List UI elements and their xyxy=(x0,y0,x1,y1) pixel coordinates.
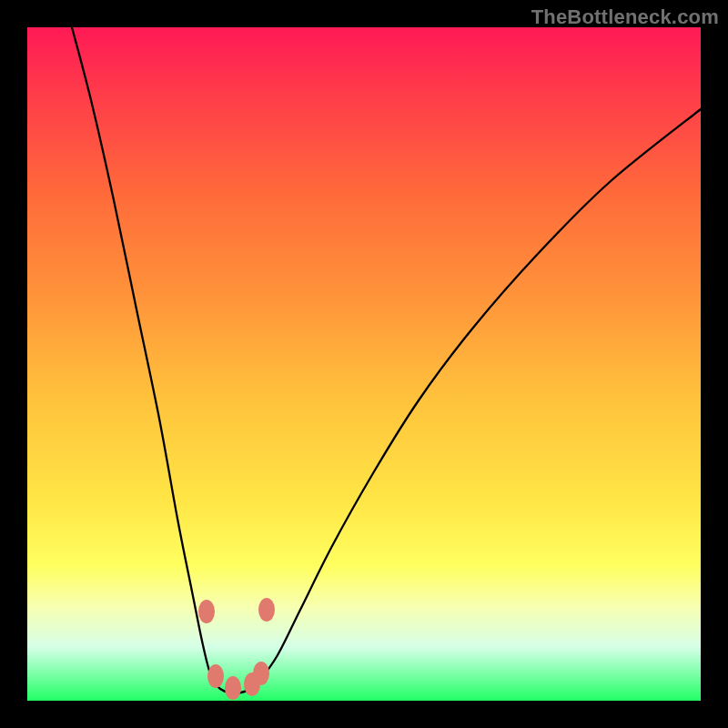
marker-p1 xyxy=(198,600,215,623)
chart-svg xyxy=(27,27,701,701)
plot-area xyxy=(27,27,701,701)
marker-p6 xyxy=(253,662,269,685)
bottleneck-curve xyxy=(72,27,701,693)
marker-p4 xyxy=(225,676,241,700)
marker-p2 xyxy=(258,598,275,622)
marker-p3 xyxy=(207,664,224,688)
marker-group xyxy=(198,598,275,700)
watermark-text: TheBottleneck.com xyxy=(531,5,719,29)
chart-frame: TheBottleneck.com xyxy=(0,0,728,728)
